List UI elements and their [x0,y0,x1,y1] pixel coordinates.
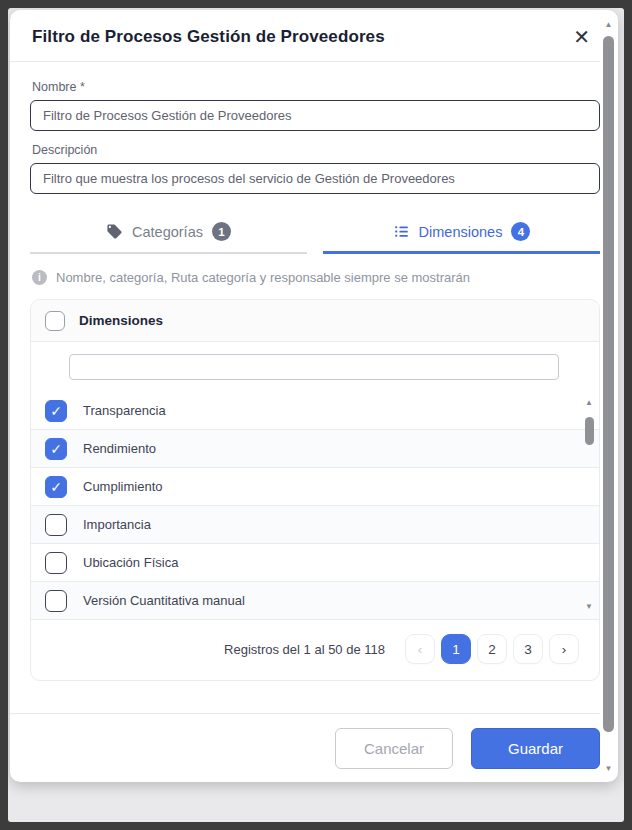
cancel-button[interactable]: Cancelar [335,728,453,769]
info-text: Nombre, categoría, Ruta categoría y resp… [56,270,470,285]
dialog-body: Nombre * Descripción Categorías 1 [10,62,600,703]
table-header-label: Dimensiones [79,313,163,328]
dimension-list: ✓ Transparencia ✓ Rendimiento ✓ Cumplimi… [31,392,599,620]
tab-count-badge: 4 [511,222,530,241]
modal-backdrop: Filtro de Procesos Gestión de Proveedore… [8,8,624,822]
dimensions-table: ✓ Dimensiones ✓ Transparencia ✓ Re [30,299,600,681]
close-icon[interactable]: ✕ [567,25,596,49]
dialog-header: Filtro de Procesos Gestión de Proveedore… [10,10,600,62]
description-label: Descripción [32,143,600,157]
list-scroll-track[interactable] [585,411,594,599]
row-label: Rendimiento [83,441,156,456]
records-summary: Registros del 1 al 50 de 118 [224,642,385,657]
table-header-row: ✓ Dimensiones [31,300,599,342]
table-row[interactable]: ✓ Versión Cuantitativa manual [31,582,599,620]
scroll-up-icon[interactable]: ▲ [605,20,613,30]
row-label: Importancia [83,517,151,532]
tab-bar: Categorías 1 Dimensiones 4 [30,222,600,254]
scroll-down-icon[interactable]: ▼ [605,764,613,774]
modal-scroll-track[interactable] [603,34,614,760]
scroll-down-icon[interactable]: ▼ [585,602,593,612]
table-row[interactable]: ✓ Cumplimiento [31,468,599,506]
page-buttons: ‹ 1 2 3 › [405,634,579,664]
description-form-group: Descripción [30,143,600,194]
tab-categorias[interactable]: Categorías 1 [30,222,307,254]
list-scroll-thumb[interactable] [585,417,594,445]
list-scrollbar[interactable]: ▲ ▼ [583,398,595,612]
check-icon: ✓ [50,480,62,494]
table-search-row [31,342,599,392]
row-checkbox[interactable]: ✓ [45,552,67,574]
info-banner: i Nombre, categoría, Ruta categoría y re… [32,270,600,285]
table-row[interactable]: ✓ Importancia [31,506,599,544]
pagination: Registros del 1 al 50 de 118 ‹ 1 2 3 › [31,620,599,680]
save-button[interactable]: Guardar [471,728,600,769]
tab-label: Categorías [132,224,203,240]
tag-icon [106,223,123,240]
dialog-title: Filtro de Procesos Gestión de Proveedore… [32,27,385,47]
pagination-page-3[interactable]: 3 [513,634,543,664]
row-checkbox[interactable]: ✓ [45,514,67,536]
check-icon: ✓ [50,442,62,456]
row-label: Transparencia [83,403,166,418]
pagination-page-2[interactable]: 2 [477,634,507,664]
name-label: Nombre * [32,80,600,94]
info-icon: i [32,270,47,285]
modal-scrollbar[interactable]: ▲ ▼ [602,20,615,774]
pagination-next-button[interactable]: › [549,634,579,664]
row-checkbox[interactable]: ✓ [45,438,67,460]
select-all-checkbox[interactable]: ✓ [45,311,65,331]
modal-scroll-thumb[interactable] [603,36,614,732]
table-row[interactable]: ✓ Rendimiento [31,430,599,468]
list-icon [393,223,410,240]
table-search-input[interactable] [69,354,559,380]
row-checkbox[interactable]: ✓ [45,476,67,498]
table-row[interactable]: ✓ Transparencia [31,392,599,430]
row-label: Ubicación Física [83,555,178,570]
filter-dialog: Filtro de Procesos Gestión de Proveedore… [10,10,618,782]
scroll-up-icon[interactable]: ▲ [585,398,593,408]
row-checkbox[interactable]: ✓ [45,590,67,612]
tab-dimensiones[interactable]: Dimensiones 4 [323,222,600,254]
description-field[interactable] [30,163,600,194]
check-icon: ✓ [50,404,62,418]
pagination-prev-button[interactable]: ‹ [405,634,435,664]
row-label: Cumplimiento [83,479,162,494]
row-checkbox[interactable]: ✓ [45,400,67,422]
dialog-footer: Cancelar Guardar [10,713,600,782]
tab-count-badge: 1 [212,222,231,241]
tab-label: Dimensiones [419,224,503,240]
name-form-group: Nombre * [30,80,600,131]
name-field[interactable] [30,100,600,131]
row-label: Versión Cuantitativa manual [83,593,245,608]
table-row[interactable]: ✓ Ubicación Física [31,544,599,582]
pagination-page-1[interactable]: 1 [441,634,471,664]
